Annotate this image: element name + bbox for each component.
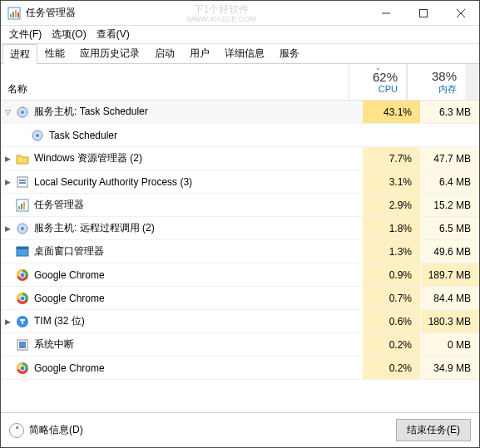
- dwm-icon: [16, 245, 29, 258]
- process-name-cell: 服务主机: 远程过程调用 (2): [14, 221, 363, 235]
- svg-rect-4: [17, 12, 19, 17]
- gear-icon: [16, 222, 29, 235]
- gear-icon: [31, 129, 44, 142]
- footer: ˄ 简略信息(D) 结束任务(E): [1, 412, 479, 447]
- expand-chevron-icon[interactable]: ▶: [1, 224, 14, 233]
- tab-startup[interactable]: 启动: [147, 43, 182, 63]
- chrome-icon: [16, 362, 29, 375]
- menu-view[interactable]: 查看(V): [92, 26, 135, 43]
- column-name[interactable]: 名称: [1, 64, 349, 100]
- svg-point-21: [21, 227, 24, 230]
- cpu-cell: 0.6%: [363, 310, 421, 332]
- svg-rect-2: [12, 12, 14, 17]
- cpu-cell: 2.9%: [363, 194, 421, 216]
- svg-rect-3: [15, 10, 17, 17]
- window-title: 任务管理器: [26, 6, 76, 20]
- tab-history[interactable]: 应用历史记录: [72, 43, 147, 63]
- svg-point-10: [21, 111, 24, 114]
- tab-users[interactable]: 用户: [182, 43, 217, 63]
- process-name-cell: Task Scheduler: [14, 129, 363, 142]
- process-row[interactable]: Task Scheduler: [1, 124, 479, 147]
- menu-file[interactable]: 文件(F): [4, 26, 47, 43]
- expand-chevron-icon[interactable]: ▽: [1, 108, 14, 116]
- cpu-cell: 43.1%: [363, 101, 421, 123]
- svg-rect-1: [10, 14, 12, 17]
- tab-performance[interactable]: 性能: [37, 43, 72, 63]
- menubar: 文件(F) 选项(O) 查看(V): [1, 26, 479, 44]
- fewer-details-button[interactable]: ˄ 简略信息(D): [9, 423, 83, 438]
- tab-details[interactable]: 详细信息: [217, 43, 272, 63]
- memory-cell: 34.9 MB: [421, 357, 479, 379]
- app-icon: [7, 7, 21, 20]
- process-name-cell: 任务管理器: [14, 198, 363, 212]
- process-row[interactable]: Google Chrome0.2%34.9 MB: [1, 357, 479, 380]
- memory-cell: 84.4 MB: [421, 287, 479, 309]
- process-name-cell: TIM (32 位): [14, 314, 363, 328]
- svg-point-26: [21, 273, 25, 277]
- cpu-cell: 7.7%: [363, 147, 421, 170]
- tab-processes[interactable]: 进程: [2, 44, 37, 64]
- process-list-area: 名称 ⌄ 62% CPU 38% 内存 ▽服务主机: Task Schedule…: [1, 64, 479, 412]
- process-row[interactable]: 桌面窗口管理器1.3%49.6 MB: [1, 240, 479, 263]
- maximize-button[interactable]: [404, 1, 442, 26]
- svg-rect-18: [21, 204, 22, 209]
- expand-chevron-icon[interactable]: ▶: [1, 178, 14, 186]
- svg-point-12: [36, 134, 39, 137]
- chevron-up-icon: ˄: [9, 423, 24, 438]
- cpu-cell: 1.3%: [363, 240, 421, 263]
- expand-chevron-icon[interactable]: ▶: [1, 155, 14, 163]
- titlebar: 任务管理器 下1个好软件 WWW.XIA1GE.COM: [1, 1, 479, 26]
- process-name-cell: 服务主机: Task Scheduler: [14, 105, 363, 119]
- minimize-button[interactable]: [367, 1, 404, 26]
- process-row[interactable]: 系统中断0.2%0 MB: [1, 333, 479, 357]
- expand-chevron-icon[interactable]: ▶: [1, 318, 14, 326]
- process-list[interactable]: ▽服务主机: Task Scheduler43.1%6.3 MBTask Sch…: [1, 101, 479, 412]
- memory-cell: 189.7 MB: [421, 263, 479, 286]
- cpu-cell: 0.9%: [363, 263, 421, 286]
- sort-indicator-icon: ⌄: [375, 64, 381, 71]
- tabbar: 进程 性能 应用历史记录 启动 用户 详细信息 服务: [1, 44, 479, 64]
- menu-options[interactable]: 选项(O): [47, 26, 91, 43]
- memory-cell: 6.5 MB: [421, 217, 479, 239]
- chrome-icon: [16, 292, 29, 305]
- svg-point-35: [21, 366, 25, 370]
- close-button[interactable]: [442, 1, 479, 26]
- column-cpu[interactable]: ⌄ 62% CPU: [349, 64, 407, 100]
- process-name-cell: Windows 资源管理器 (2): [14, 151, 363, 165]
- process-row[interactable]: ▽服务主机: Task Scheduler43.1%6.3 MB: [1, 101, 479, 124]
- end-task-button[interactable]: 结束任务(E): [396, 419, 471, 441]
- memory-cell: 47.7 MB: [421, 147, 479, 170]
- folder-icon: [16, 152, 29, 165]
- process-name-cell: 桌面窗口管理器: [14, 244, 363, 258]
- svg-point-29: [21, 296, 25, 300]
- cpu-cell: 3.1%: [363, 170, 421, 193]
- memory-cell: 180.3 MB: [421, 310, 479, 332]
- process-row[interactable]: ▶TIM (32 位)0.6%180.3 MB: [1, 310, 479, 333]
- process-row[interactable]: ▶Local Security Authority Process (3)3.1…: [1, 170, 479, 194]
- taskmgr-icon: [16, 199, 29, 212]
- system-icon: [16, 338, 29, 352]
- process-name-cell: Local Security Authority Process (3): [14, 175, 363, 189]
- memory-cell: 6.3 MB: [421, 101, 479, 123]
- process-row[interactable]: ▶服务主机: 远程过程调用 (2)1.8%6.5 MB: [1, 217, 479, 240]
- chrome-icon: [16, 268, 29, 282]
- memory-cell: 6.4 MB: [421, 170, 479, 193]
- watermark: 下1个好软件 WWW.XIA1GE.COM: [76, 2, 367, 23]
- process-row[interactable]: 任务管理器2.9%15.2 MB: [1, 194, 479, 217]
- column-memory[interactable]: 38% 内存: [407, 64, 465, 100]
- svg-rect-23: [17, 247, 28, 249]
- tab-services[interactable]: 服务: [272, 43, 307, 63]
- tim-icon: [16, 315, 29, 328]
- shield-icon: [16, 175, 29, 189]
- svg-rect-15: [19, 182, 26, 184]
- process-row[interactable]: ▶Windows 资源管理器 (2)7.7%47.7 MB: [1, 147, 479, 170]
- task-manager-window: 任务管理器 下1个好软件 WWW.XIA1GE.COM 文件(F) 选项(O) …: [0, 0, 480, 448]
- process-row[interactable]: Google Chrome0.9%189.7 MB: [1, 263, 479, 287]
- process-name-cell: Google Chrome: [14, 362, 363, 375]
- svg-rect-6: [419, 9, 427, 17]
- process-row[interactable]: Google Chrome0.7%84.4 MB: [1, 287, 479, 310]
- process-name-cell: Google Chrome: [14, 268, 363, 282]
- gear-icon: [16, 106, 29, 119]
- cpu-cell: 0.2%: [363, 357, 421, 379]
- cpu-cell: 0.7%: [363, 287, 421, 309]
